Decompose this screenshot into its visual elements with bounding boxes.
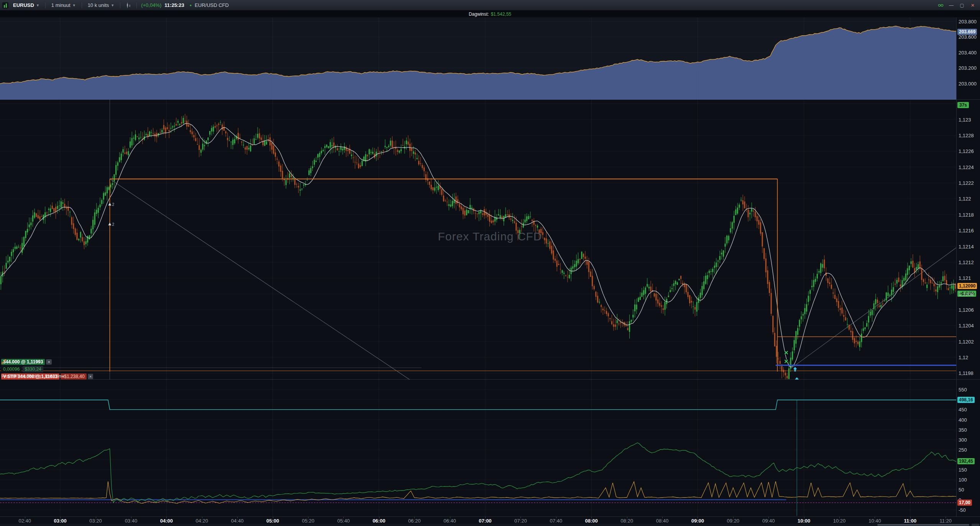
price-tick: 50 [959, 487, 964, 493]
price-tick: 1,1224 [959, 164, 974, 170]
time-label: 10:40 [868, 518, 881, 524]
time-label: 04:00 [160, 518, 173, 524]
indicator-panel: 550450400350300250200150100500-50498,161… [0, 380, 980, 517]
price-tick: 1,1228 [959, 133, 974, 138]
price-tick: 1,1212 [959, 259, 974, 265]
change-percent: (+0,04%) [141, 2, 161, 8]
stop-order-pnl: -$1.238,40 [61, 373, 86, 380]
price-tick: 150 [959, 467, 967, 473]
time-label: 02:40 [18, 518, 31, 524]
time-label: 09:20 [727, 518, 740, 524]
price-chart-panel: 22 Forex Trading CFD 344.000 @ 1,11993 ×… [0, 100, 980, 380]
price-tick: 203.200 [959, 65, 977, 71]
last-price-badge: 1,12090 [957, 283, 977, 289]
price-tick: 203.600 [959, 34, 977, 40]
horizontal-scrollbar[interactable] [0, 524, 980, 526]
maximize-button[interactable]: ▢ [959, 3, 965, 8]
daily-profit-label: Dagwinst: [469, 12, 489, 17]
time-label: 07:00 [479, 518, 491, 524]
separator [82, 2, 82, 8]
timeframe-label: 1 minuut [51, 2, 71, 8]
price-tick: 400 [959, 417, 967, 422]
time-label: 10:20 [833, 518, 846, 524]
time-axis[interactable]: 02:4003:0003:2003:4004:0004:2004:4005:00… [0, 517, 980, 524]
price-tick: 203.400 [959, 49, 977, 55]
platform-label: ProRealTime Trading - Real-Time [2, 374, 64, 378]
price-tick: 1,1198 [959, 370, 973, 376]
equity-chart-canvas[interactable] [0, 18, 956, 100]
price-tick: 1,12 [959, 355, 968, 360]
price-tick: 1,123 [959, 117, 971, 122]
time-label: 03:20 [89, 518, 102, 524]
time-label: 05:20 [302, 518, 315, 524]
position-pnl: $330,24 [23, 366, 43, 372]
close-position-button[interactable]: × [46, 359, 51, 365]
indicator-chart-canvas[interactable] [0, 380, 956, 517]
separator [136, 2, 137, 8]
price-tick: 1,1206 [959, 307, 974, 313]
minimize-button[interactable]: — [948, 3, 955, 8]
chevron-down-icon: ▼ [36, 3, 39, 7]
time-label: 06:00 [373, 518, 385, 524]
symbol-label: EUR/USD CFD [195, 2, 229, 8]
time-label: 05:00 [266, 518, 279, 524]
position-size-price: 344.000 @ 1,11993 [1, 359, 45, 365]
time-label: 08:40 [656, 518, 669, 524]
clock: 11:25:23 [164, 2, 184, 8]
price-tick: 203.000 [959, 81, 977, 86]
scrollbar-thumb[interactable] [877, 524, 969, 526]
price-tick: 1,122 [959, 196, 971, 202]
resize-grip[interactable] [972, 524, 979, 526]
time-label: 09:40 [762, 518, 775, 524]
instrument-icon [2, 2, 8, 8]
indicator-value-badge: 498,16 [957, 397, 975, 403]
price-tick: -50 [959, 507, 966, 513]
bar-countdown-badge: 37s [957, 102, 969, 108]
time-label: 08:20 [621, 518, 633, 524]
price-tick: 1,1226 [959, 148, 974, 154]
price-tick: 250 [959, 447, 967, 452]
order-route-icon [1, 359, 7, 364]
cancel-stop-button[interactable]: × [88, 374, 93, 379]
time-label: 07:40 [550, 518, 563, 524]
price-tick: 450 [959, 407, 967, 413]
price-tick: 300 [959, 437, 967, 442]
price-tick: 203.800 [959, 19, 977, 25]
svg-text:2: 2 [112, 222, 114, 227]
instrument-label: EURUSD [13, 2, 34, 8]
link-windows-icon[interactable] [938, 3, 944, 8]
time-label: 09:00 [691, 518, 704, 524]
indicator-axis[interactable]: 550450400350300250200150100500-50498,161… [956, 380, 980, 516]
price-tick: 1,121 [959, 275, 971, 281]
price-axis[interactable]: 37s 1,12090 +0,04% 1,1231,12281,12261,12… [956, 100, 980, 379]
daily-profit-value: $1.542,55 [491, 12, 511, 17]
time-label: 03:40 [125, 518, 138, 524]
units-dropdown[interactable]: 10 k units ▼ [85, 1, 118, 9]
time-label: 05:40 [337, 518, 350, 524]
time-label: 11:00 [904, 518, 917, 524]
price-tick: 350 [959, 427, 967, 432]
daily-profit-bar: Dagwinst: $1.542,55 [0, 11, 980, 18]
time-label: 04:40 [231, 518, 244, 524]
chevron-down-icon: ▼ [111, 3, 114, 7]
price-tick: 1,1208 [959, 291, 974, 297]
timeframe-dropdown[interactable]: 1 minuut ▼ [48, 1, 79, 9]
price-tick: 1,1202 [959, 339, 974, 344]
candlestick-icon [126, 3, 131, 8]
time-label: 06:20 [408, 518, 421, 524]
open-position-row[interactable]: 344.000 @ 1,11993 × [1, 359, 93, 365]
price-tick: 1,1222 [959, 180, 974, 186]
indicator-value-badge: 192,45 [957, 458, 975, 464]
instrument-dropdown[interactable]: EURUSD ▼ [10, 1, 43, 9]
equity-price-axis[interactable]: 203.669 203.800203.600203.400203.200203.… [956, 18, 980, 99]
price-tick: 550 [959, 387, 967, 393]
close-button[interactable]: ✕ [969, 3, 976, 8]
time-label: 07:20 [514, 518, 527, 524]
chart-style-button[interactable] [123, 2, 134, 9]
indicator-value-badge: 17,00 [957, 500, 972, 506]
svg-text:2: 2 [112, 202, 114, 207]
units-label: 10 k units [88, 2, 109, 8]
separator [45, 2, 46, 8]
price-tick: 1,1204 [959, 323, 974, 329]
status-dot-icon: ● [190, 3, 192, 7]
